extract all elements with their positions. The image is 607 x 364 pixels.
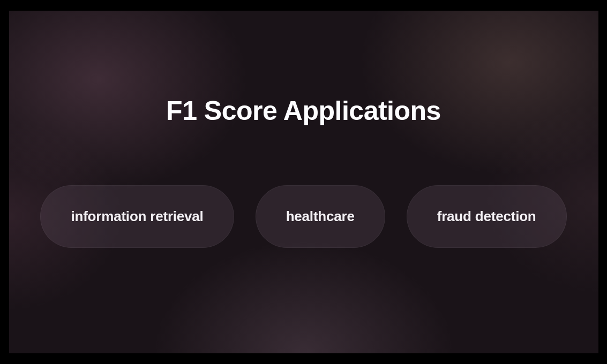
- pill-row: information retrieval healthcare fraud d…: [40, 185, 566, 248]
- pill-fraud-detection: fraud detection: [407, 185, 567, 248]
- pill-information-retrieval: information retrieval: [40, 185, 234, 248]
- slide-title: F1 Score Applications: [166, 95, 441, 126]
- pill-healthcare: healthcare: [256, 185, 385, 248]
- slide-container: F1 Score Applications information retrie…: [9, 11, 598, 353]
